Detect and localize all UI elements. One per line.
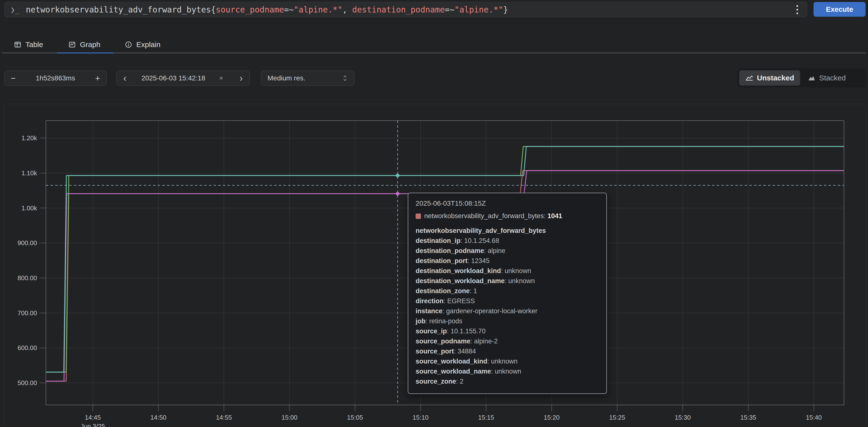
- series-color-swatch: [415, 214, 421, 219]
- tooltip-timestamp: 2025-06-03T15:08:15Z: [415, 200, 599, 207]
- x-axis-label: 15:15: [478, 414, 494, 421]
- x-axis-label: 15:30: [675, 414, 691, 421]
- y-axis-label: 800.00: [18, 274, 37, 282]
- prometheus-graph-page: ❯_ networkobservability_adv_forward_byte…: [0, 0, 868, 427]
- tooltip-label: source_workload_kind: unknown: [415, 356, 599, 366]
- y-axis-label: 600.00: [18, 344, 37, 352]
- chart-tooltip: 2025-06-03T15:08:15Z networkobservabilit…: [408, 193, 607, 394]
- x-axis-label: 14:45: [85, 414, 101, 421]
- tooltip-label: destination_podname: alpine: [415, 246, 599, 256]
- hover-point: [396, 174, 399, 177]
- y-axis-label: 1.10k: [21, 169, 37, 177]
- tooltip-label: source_podname: alpine-2: [415, 336, 599, 347]
- x-axis-label: 15:35: [740, 414, 756, 421]
- hover-point: [396, 192, 399, 196]
- y-axis-label: 500.00: [18, 379, 37, 387]
- x-axis-label: 14:55: [216, 414, 232, 421]
- x-axis-label: 15:05: [347, 414, 363, 421]
- tooltip-label: instance: gardener-operator-local-worker: [415, 306, 599, 316]
- x-axis-label: 15:00: [281, 414, 298, 421]
- x-axis-label: 15:20: [544, 414, 560, 421]
- tooltip-label: source_zone: 2: [415, 376, 599, 387]
- tooltip-label: networkobservability_adv_forward_bytes: [415, 226, 599, 236]
- tooltip-label: destination_zone: 1: [415, 286, 599, 296]
- y-axis-label: 1.20k: [21, 134, 37, 142]
- tooltip-series-row: networkobservability_adv_forward_bytes: …: [415, 212, 599, 220]
- y-axis-label: 1.00k: [21, 204, 37, 212]
- x-axis-label: 15:10: [413, 414, 429, 421]
- tooltip-label: destination_ip: 10.1.254.68: [415, 236, 599, 246]
- tooltip-label: job: retina-pods: [415, 316, 599, 326]
- tooltip-label: source_port: 34884: [415, 347, 599, 356]
- tooltip-label: destination_port: 12345: [415, 256, 599, 266]
- tooltip-label: direction: EGRESS: [415, 296, 599, 306]
- tooltip-label: destination_workload_name: unknown: [415, 276, 599, 286]
- tooltip-label: source_workload_name: unknown: [415, 366, 599, 376]
- tooltip-labels: networkobservability_adv_forward_bytesde…: [415, 226, 599, 387]
- tooltip-label: destination_workload_kind: unknown: [415, 266, 599, 276]
- y-axis-label: 700.00: [18, 309, 37, 317]
- tooltip-series-text: networkobservability_adv_forward_bytes: …: [424, 212, 562, 220]
- x-axis-label: 15:25: [609, 414, 625, 421]
- tooltip-label: source_ip: 10.1.155.70: [415, 326, 599, 336]
- x-axis-date-label: Jun 3/25: [81, 423, 105, 427]
- x-axis-label: 14:50: [150, 414, 166, 421]
- y-axis-label: 900.00: [18, 239, 37, 247]
- x-axis-label: 15:40: [806, 414, 822, 421]
